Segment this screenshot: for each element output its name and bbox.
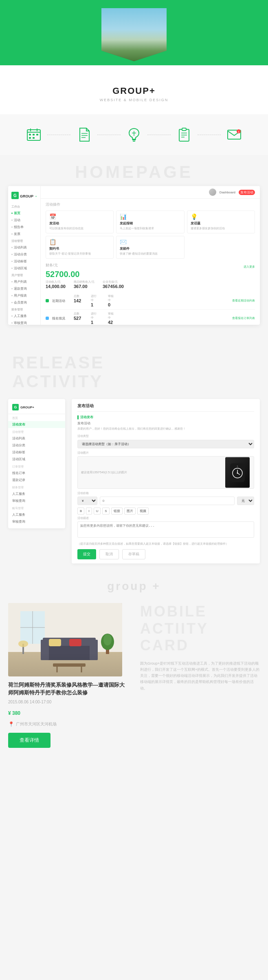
card-contract-title: 契约书 bbox=[49, 246, 110, 251]
dashboard-sidebar: G GROUP + 工作台 首页 活动 报告单 发票 活动管理 活动列表 活动分… bbox=[8, 186, 41, 325]
rel-sidebar-item-review[interactable]: 审核查询 bbox=[8, 497, 65, 504]
sidebar-item-manual[interactable]: 人工服务 bbox=[8, 313, 40, 319]
rel-sidebar-item-publish[interactable]: 活动发布 bbox=[8, 421, 65, 428]
release-cancel-button[interactable]: 取消 bbox=[99, 549, 119, 559]
stat-enterprise-income: 企业充值/元 367456.00 bbox=[103, 280, 124, 289]
dashboard-header: Dashboard 发布活动 bbox=[41, 186, 260, 199]
svg-rect-7 bbox=[29, 137, 31, 139]
table-sub-total: 总数 bbox=[74, 294, 82, 298]
dashboard-wrapper: G GROUP + 工作台 首页 活动 报告单 发票 活动管理 活动列表 活动分… bbox=[0, 186, 268, 337]
card-email[interactable]: ✉️ 发邮件 快速了解·通知活动的重要消息 bbox=[116, 236, 184, 259]
toolbar-link[interactable]: 链接 bbox=[111, 508, 123, 514]
sidebar-item-act-cat[interactable]: 活动分类 bbox=[8, 251, 40, 258]
release-image-hint: 建议使用1350*540(2.5:1)以上的图片 bbox=[81, 470, 127, 474]
release-draft-button[interactable]: 存草稿 bbox=[122, 549, 145, 559]
table-name-signup: 报名情况 bbox=[52, 316, 70, 321]
svg-rect-38 bbox=[41, 640, 49, 660]
finance-sub-stats: 活动收入/元 14,000.00 商品销售收入/元 367.00 企业充值/元 … bbox=[46, 280, 255, 289]
sidebar-item-review[interactable]: 审核查询 bbox=[8, 319, 40, 325]
logo-text: GROUP bbox=[20, 194, 33, 198]
table-num-total: 142 bbox=[74, 298, 86, 303]
sidebar-item-act-list[interactable]: 活动列表 bbox=[8, 244, 40, 251]
sidebar-item-refund[interactable]: 退款查询 bbox=[8, 285, 40, 292]
toolbar-image[interactable]: 图片 bbox=[124, 508, 136, 514]
svg-rect-42 bbox=[53, 663, 86, 667]
mobile-card-area: 荷兰阿姆斯特丹清奖系装修风格教学—邀请国际大师阿姆斯特丹手把手教你怎么装修 20… bbox=[0, 595, 268, 760]
sidebar-item-vip[interactable]: 会员查询 bbox=[8, 299, 40, 306]
icon-calendar bbox=[24, 126, 43, 143]
toolbar-bold[interactable]: B bbox=[77, 508, 84, 514]
table-num-active: 1 bbox=[91, 302, 103, 307]
sidebar-item-report[interactable]: 报告单 bbox=[8, 224, 40, 231]
sidebar-item-invoice[interactable]: 发票 bbox=[8, 231, 40, 237]
finance-label: 财务/元 bbox=[46, 263, 58, 268]
card-topic[interactable]: 💡 发话题 邀请更多朋友参加你的活动 bbox=[187, 211, 255, 233]
release-desc-textarea[interactable] bbox=[77, 521, 254, 538]
sidebar-item-user-report[interactable]: 用户报表 bbox=[8, 292, 40, 299]
table-link-signup[interactable]: 查看报名订单列表 bbox=[232, 316, 255, 320]
rel-sidebar-item-signup-order[interactable]: 报名订单 bbox=[8, 470, 65, 477]
mobile-card-date: 2015.08.06 14:00-17:00 bbox=[8, 700, 128, 704]
rel-sidebar-item-act-cat[interactable]: 活动分类 bbox=[8, 442, 65, 449]
stat-enterprise-label: 企业充值/元 bbox=[103, 280, 124, 284]
sidebar-item-home[interactable]: 首页 bbox=[8, 210, 40, 217]
stat-activity-income: 活动收入/元 14,000.00 bbox=[46, 280, 66, 289]
sidebar-item-act-area[interactable]: 活动区域 bbox=[8, 265, 40, 272]
sidebar-item-user-list[interactable]: 用户列表 bbox=[8, 278, 40, 285]
release-form-panel: 发布活动 活动发布 发布活动 亲爱的用户，您好！您的活动将会在线上发出，我们将在… bbox=[72, 399, 260, 563]
release-bg-line2: ACTIVITY bbox=[12, 372, 103, 391]
rel-sidebar-account-mgmt: 账号管理 bbox=[8, 504, 65, 511]
toolbar-strikethrough[interactable]: S bbox=[102, 508, 109, 514]
rel-sidebar-item-act-tag[interactable]: 活动标签 bbox=[8, 449, 65, 456]
release-price-currency[interactable]: ¥ bbox=[77, 497, 97, 505]
release-type-select[interactable]: 请选择活动类型（如：亲子活动） bbox=[77, 440, 254, 448]
toolbar-underline[interactable]: U bbox=[94, 508, 101, 514]
release-section: G GROUP+ 首页 活动发布 活动管理 活动列表 活动分类 活动标签 活动区… bbox=[0, 395, 268, 576]
sidebar-item-activity[interactable]: 活动 bbox=[8, 217, 40, 224]
hero-logo-area: GROUP+ WEBSITE & MOBILE DESIGN bbox=[100, 86, 169, 102]
mobile-card-section: 荷兰阿姆斯特丹清奖系装修风格教学—邀请国际大师阿姆斯特丹手把手教你怎么装修 20… bbox=[0, 595, 268, 760]
finance-more-link[interactable]: 进入更多 bbox=[244, 265, 255, 269]
toolbar-italic[interactable]: I bbox=[86, 508, 92, 514]
rel-sidebar-item-act-list[interactable]: 活动列表 bbox=[8, 435, 65, 442]
icon-divider bbox=[47, 135, 70, 135]
icons-section: ! bbox=[0, 114, 268, 155]
icon-divider bbox=[97, 135, 121, 135]
table-link-activity[interactable]: 查看近期活动列表 bbox=[232, 299, 255, 303]
location-pin-icon: 📍 bbox=[8, 721, 14, 727]
card-publish-activity[interactable]: 📅 发活动 可以快速发布你的活动信息 bbox=[46, 211, 114, 233]
release-submit-button[interactable]: 提交 bbox=[77, 549, 96, 559]
table-row-signup: 报名情况 总数 527 进行中 1 审核中 bbox=[46, 310, 255, 325]
mobile-detail-button[interactable]: 查看详情 bbox=[8, 733, 51, 748]
user-avatar bbox=[209, 188, 216, 196]
sidebar-section-workbench: 工作台 bbox=[8, 203, 40, 210]
release-price-unit[interactable]: 元 bbox=[237, 497, 254, 505]
release-form-actions: 提交 取消 存草稿 bbox=[77, 549, 254, 559]
dashboard-content[interactable]: 活动操作 📅 发活动 可以快速发布你的活动信息 📊 发起报销 马上发起一项签到收… bbox=[41, 199, 260, 325]
table-sub-active: 进行中 bbox=[91, 294, 99, 302]
release-image-upload-area[interactable]: 建议使用1350*540(2.5:1)以上的图片 5 bbox=[77, 456, 254, 489]
svg-text:5: 5 bbox=[237, 465, 238, 467]
hero-subtitle: WEBSITE & MOBILE DESIGN bbox=[100, 98, 169, 102]
rel-sidebar-item-account-review[interactable]: 审核查询 bbox=[8, 518, 65, 525]
card-publish-icon: 📅 bbox=[49, 213, 110, 220]
card-publish-desc: 可以快速发布你的活动信息 bbox=[49, 226, 110, 231]
release-price-input[interactable] bbox=[100, 497, 235, 505]
rel-sidebar-item-manual-svc[interactable]: 人工服务 bbox=[8, 490, 65, 497]
icon-divider bbox=[198, 135, 221, 135]
rel-sidebar-item-act-area[interactable]: 活动区域 bbox=[8, 456, 65, 463]
release-richtext-toolbar: B I U S 链接 图片 视频 bbox=[77, 508, 254, 514]
toolbar-video[interactable]: 视频 bbox=[137, 508, 149, 514]
sidebar-item-act-tag[interactable]: 活动标签 bbox=[8, 258, 40, 265]
card-report[interactable]: 📊 发起报销 马上发起一项签到收集请求 bbox=[116, 211, 184, 233]
mobile-right-description: 因为Group+是针对线下互动活动推进工具，为了更好的推进线下活动的顺利进行，我… bbox=[140, 661, 260, 692]
rel-sidebar-item-refund[interactable]: 退款记录 bbox=[8, 477, 65, 483]
card-contract[interactable]: 📋 契约书 获取关于·签记·签报记录关联事项 bbox=[46, 236, 114, 259]
svg-rect-39 bbox=[90, 640, 98, 660]
svg-rect-40 bbox=[49, 639, 61, 646]
stat-product-val: 367.00 bbox=[74, 284, 94, 289]
rel-sidebar-item-account-manual[interactable]: 人工服务 bbox=[8, 511, 65, 518]
svg-rect-8 bbox=[33, 137, 35, 139]
sidebar-section-activity-mgmt: 活动管理 bbox=[8, 237, 40, 244]
table-num-active2: 1 bbox=[91, 320, 103, 325]
